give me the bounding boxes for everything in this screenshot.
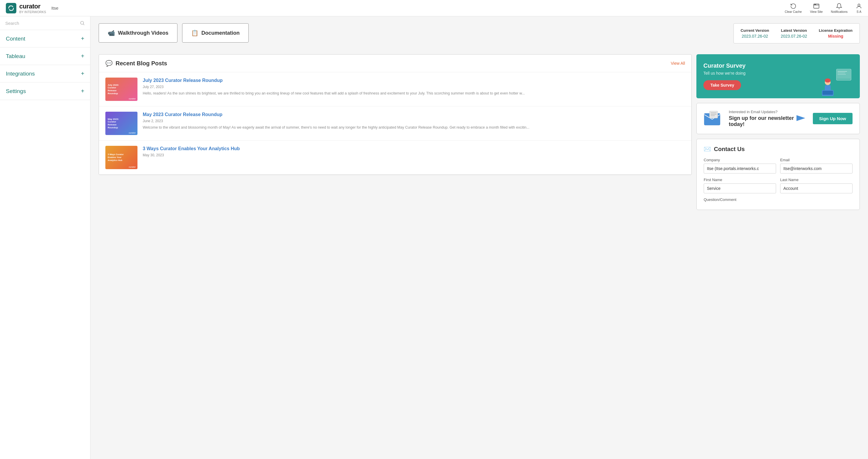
svg-point-4 (858, 4, 860, 6)
top-header: curator BY INTERWORKS Itse Clear Cache V… (0, 0, 868, 16)
email-field-group: Email (780, 158, 852, 173)
post-3-date: May 30, 2023 (143, 153, 240, 157)
sidebar-item-integrations-label: Integrations (6, 71, 35, 77)
current-version-col: Current Version 2023.07.26-02 (741, 28, 769, 38)
post-1-excerpt: Hello, readers! As the sun shines its br… (143, 91, 525, 96)
documentation-button[interactable]: 📋 Documentation (182, 23, 249, 42)
company-label: Company (704, 158, 776, 162)
comment-field-group: Question/Comment (704, 197, 852, 203)
newsletter-card: Interested in Email Updates? Sign up for… (696, 103, 860, 134)
company-field-group: Company (704, 158, 776, 173)
integrations-expand-icon: + (81, 70, 84, 77)
survey-illustration (813, 66, 854, 98)
sidebar-item-tableau[interactable]: Tableau + (0, 47, 90, 65)
post-1-date: July 27, 2023 (143, 85, 525, 89)
top-row: 📹 Walkthrough Videos 📋 Documentation Cur… (99, 23, 860, 48)
sidebar-item-integrations[interactable]: Integrations + (0, 65, 90, 83)
blog-thumb-2: May 2023: Curator Release Roundup curato… (105, 112, 137, 135)
expiration-col: License Expiration Missing (819, 28, 852, 38)
doc-icon: 📋 (191, 29, 198, 36)
newsletter-text: Interested in Email Updates? Sign up for… (729, 110, 795, 127)
blog-post-1[interactable]: July 2023: Curator Release Roundup curat… (99, 72, 691, 106)
latest-version-col: Latest Version 2023.07.26-02 (781, 28, 807, 38)
latest-version-value: 2023.07.26-02 (781, 34, 807, 38)
blog-post-3[interactable]: 3 Ways Curator Enables Your Analytics Hu… (99, 140, 691, 175)
blog-header: 💬 Recent Blog Posts View All (99, 55, 691, 72)
svg-rect-15 (823, 91, 833, 95)
blog-thumb-3: 3 Ways Curator Enables Your Analytics Hu… (105, 146, 137, 169)
latest-version-label: Latest Version (781, 28, 807, 33)
user-label: S A (857, 10, 861, 13)
version-box: Current Version 2023.07.26-02 Latest Ver… (734, 23, 860, 43)
resource-buttons: 📹 Walkthrough Videos 📋 Documentation (99, 23, 249, 42)
walkthrough-videos-button[interactable]: 📹 Walkthrough Videos (99, 23, 178, 42)
sidebar-search-container (0, 16, 90, 30)
blog-container: 💬 Recent Blog Posts View All July 2023: … (99, 54, 692, 210)
walkthrough-label: Walkthrough Videos (118, 30, 168, 36)
content-row: 💬 Recent Blog Posts View All July 2023: … (99, 54, 860, 210)
sidebar-item-settings[interactable]: Settings + (0, 83, 90, 100)
sidebar-item-settings-label: Settings (6, 88, 26, 95)
blog-thumb-1: July 2023: Curator Release Roundup curat… (105, 77, 137, 101)
blog-title: Recent Blog Posts (116, 60, 167, 67)
video-icon: 📹 (108, 29, 115, 36)
svg-marker-22 (797, 115, 805, 121)
last-name-label: Last Name (780, 177, 852, 182)
header-actions: Clear Cache View Site Notifications S (785, 3, 862, 13)
search-icon (80, 21, 85, 26)
user-button[interactable]: S A (856, 3, 862, 13)
view-site-label: View Site (810, 10, 823, 13)
sidebar-item-content[interactable]: Content + (0, 30, 90, 47)
svg-point-2 (814, 4, 815, 4)
contact-title: Contact Us (714, 146, 745, 153)
blog-icon: 💬 (105, 60, 113, 67)
email-label: Email (780, 158, 852, 162)
post-2-title: May 2023 Curator Release Roundup (143, 112, 529, 118)
take-survey-button[interactable]: Take Survey (703, 80, 741, 90)
search-input[interactable] (5, 21, 80, 26)
sidebar-item-tableau-label: Tableau (6, 53, 25, 60)
last-name-field-group: Last Name (780, 177, 852, 193)
current-version-label: Current Version (741, 28, 769, 33)
settings-expand-icon: + (81, 88, 84, 95)
logo-text: curator (19, 3, 40, 10)
signup-button[interactable]: Sign Up Now (813, 113, 853, 124)
main-layout: Content + Tableau + Integrations + Setti… (0, 16, 868, 459)
email-input[interactable] (780, 164, 852, 173)
svg-point-5 (81, 21, 84, 25)
first-name-field-group: First Name (704, 177, 776, 193)
survey-card: Curator Survey Tell us how we're doing T… (696, 54, 860, 98)
contact-card: ✉️ Contact Us Company Email F (696, 139, 860, 210)
content-expand-icon: + (81, 35, 84, 42)
last-name-input[interactable] (780, 184, 852, 193)
sidebar-item-content-label: Content (6, 36, 25, 42)
clear-cache-button[interactable]: Clear Cache (785, 3, 802, 13)
notifications-button[interactable]: Notifications (831, 3, 847, 13)
main-content: 📹 Walkthrough Videos 📋 Documentation Cur… (91, 16, 868, 459)
logo-area: curator BY INTERWORKS Itse (6, 3, 58, 14)
svg-rect-0 (6, 3, 17, 13)
tableau-expand-icon: + (81, 53, 84, 60)
first-name-input[interactable] (704, 184, 776, 193)
blog-post-2[interactable]: May 2023: Curator Release Roundup curato… (99, 106, 691, 140)
post-3-title: 3 Ways Curator Enables Your Analytics Hu… (143, 146, 240, 152)
svg-rect-18 (710, 111, 718, 118)
sidebar: Content + Tableau + Integrations + Setti… (0, 16, 91, 459)
contact-form: Company Email First Name Last Name (704, 158, 852, 203)
contact-icon: ✉️ (704, 145, 711, 153)
expiration-label: License Expiration (819, 28, 852, 33)
curator-logo-icon (6, 3, 17, 13)
logo-sub: BY INTERWORKS (19, 10, 46, 14)
contact-header: ✉️ Contact Us (704, 145, 852, 153)
notifications-label: Notifications (831, 10, 847, 13)
sidebar-nav: Content + Tableau + Integrations + Setti… (0, 30, 90, 459)
view-all-link[interactable]: View All (671, 61, 685, 66)
current-version-value: 2023.07.26-02 (741, 34, 769, 38)
envelope-icon (704, 110, 724, 127)
expiration-value: Missing (819, 34, 852, 38)
comment-label: Question/Comment (704, 197, 852, 202)
clear-cache-label: Clear Cache (785, 10, 802, 13)
svg-point-12 (825, 78, 831, 83)
view-site-button[interactable]: View Site (810, 3, 823, 13)
company-input[interactable] (704, 164, 776, 173)
